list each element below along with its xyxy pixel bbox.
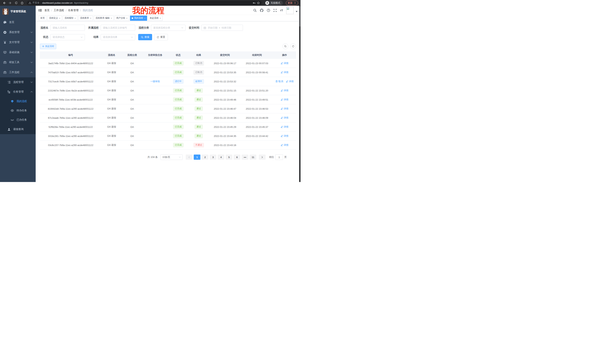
sidebar-item-任务管理[interactable]: 任务管理 (0, 87, 36, 97)
avatar[interactable] (286, 7, 294, 14)
sidebar-item-请假查询[interactable]: 请假查询 (0, 125, 36, 134)
page-size-select[interactable]: 10条/页 (160, 154, 182, 160)
detail-link[interactable]: 详情 (281, 144, 289, 147)
page-button-6[interactable]: 6 (234, 154, 240, 160)
next-page-button[interactable] (259, 154, 266, 160)
detail-link[interactable]: 详情 (281, 116, 289, 119)
toggle-search-button[interactable] (282, 43, 288, 49)
app-logo[interactable]: 芋道管理系统 (0, 6, 36, 17)
bookmark-star-icon[interactable] (257, 1, 260, 4)
cell-process-name: OA 请假 (101, 86, 122, 95)
launch-process-button[interactable]: 发起流程 (40, 44, 56, 49)
close-icon[interactable]: × (144, 17, 145, 19)
current-task-link[interactable]: 一级审批 (150, 80, 160, 83)
close-icon[interactable]: × (59, 17, 60, 19)
help-icon[interactable] (267, 9, 270, 12)
pagination: 共 104 条 10条/页 123456•••11 前往 1 页 (40, 154, 296, 160)
breadcrumb-item-工作流程[interactable]: 工作流程 (54, 9, 64, 12)
sidebar-item-基础设施[interactable]: 基础设施 (0, 47, 36, 57)
process-name-input[interactable]: 请输入流程名 (50, 25, 85, 31)
browser-update-button[interactable]: 更新 ⋮ (286, 0, 298, 5)
update-label: 更新 (288, 1, 292, 5)
refresh-table-button[interactable] (290, 43, 296, 49)
breadcrumb-item-任务管理[interactable]: 任务管理 (68, 9, 79, 12)
sidebar-item-支付管理[interactable]: 支付管理 (0, 37, 36, 47)
github-icon[interactable] (260, 9, 263, 12)
close-icon[interactable]: × (111, 17, 112, 19)
tab-流程表单-编辑[interactable]: 流程表单-编辑× (94, 16, 113, 21)
sidebar-item-已办任务[interactable]: 已办任务 (0, 115, 36, 125)
font-size-icon[interactable]: тT (280, 9, 283, 12)
cell-actions: 详情 (273, 132, 296, 141)
page-button-11[interactable]: 11 (250, 154, 256, 160)
page-button-3[interactable]: 3 (210, 154, 216, 160)
sidebar-item-工作流程[interactable]: 工作流程 (0, 67, 36, 77)
tab-我的流程[interactable]: 我的流程× (130, 16, 147, 21)
breadcrumb-item-首页[interactable]: 首页 (44, 9, 50, 12)
detail-link[interactable]: 详情 (281, 134, 289, 138)
sidebar-item-label: 请假查询 (13, 128, 24, 131)
prev-page-button[interactable] (186, 154, 192, 160)
search-button[interactable]: 搜索 (138, 34, 152, 40)
sidebar-item-研发工具[interactable]: 研发工具 (0, 57, 36, 67)
sidebar-item-流程管理[interactable]: 流程管理 (0, 77, 36, 87)
table-row: 331bc281-7b9a-11ec-a290-acde48001122OA 请… (40, 132, 296, 141)
close-icon[interactable]: × (74, 17, 76, 19)
close-icon[interactable]: × (160, 17, 161, 19)
cell-submit-time: 2022-01-22 23:49:46 (209, 95, 241, 104)
cell-end-time: 2022-01-22 23:46:09 (241, 113, 273, 123)
detail-link[interactable]: 详情 (281, 125, 289, 129)
pager-ellipsis[interactable]: ••• (242, 154, 248, 160)
browser-forward-icon[interactable] (8, 0, 13, 5)
close-icon[interactable]: × (126, 17, 127, 19)
detail-link[interactable]: 详情 (281, 71, 289, 74)
tab-流程表单[interactable]: 流程表单× (78, 16, 93, 21)
result-badge: 通过 (195, 134, 203, 138)
reset-button[interactable]: 重置 (154, 34, 168, 40)
browser-back-icon[interactable] (2, 0, 7, 5)
status-select[interactable]: 请选择状态 (50, 34, 85, 40)
tab-发起流程[interactable]: 发起流程× (148, 16, 162, 21)
detail-link[interactable]: 详情 (281, 89, 289, 92)
header-search-icon[interactable] (253, 9, 257, 12)
cell-result: 通过 (189, 95, 209, 104)
page-button-1[interactable]: 1 (194, 154, 200, 160)
detail-link[interactable]: 详情 (281, 98, 289, 101)
submit-time-range-picker[interactable]: 开始日期 - 结束日期 (201, 25, 243, 31)
tag-tabs-bar: 首页流程定义×流程模型×流程表单×流程表单-编辑×用户分组×我的流程×发起流程× (36, 15, 300, 21)
hamburger-icon[interactable] (39, 9, 42, 12)
browser-home-icon[interactable] (20, 0, 25, 5)
page-button-5[interactable]: 5 (226, 154, 232, 160)
user-icon (7, 128, 10, 131)
window-scrollbar[interactable] (299, 6, 300, 182)
scrollbar-thumb[interactable] (299, 6, 300, 27)
key-icon[interactable] (253, 1, 256, 4)
cell-result: 不通过 (189, 141, 209, 150)
detail-link[interactable]: 详情 (286, 80, 294, 83)
browser-reload-icon[interactable] (14, 0, 19, 5)
tab-流程定义[interactable]: 流程定义× (47, 16, 62, 21)
result-select[interactable]: 请选择流结果 (101, 34, 135, 40)
cancel-link[interactable]: 取消 (275, 80, 283, 83)
page-button-2[interactable]: 2 (202, 154, 208, 160)
tab-流程模型[interactable]: 流程模型× (63, 16, 77, 21)
sidebar-item-系统管理[interactable]: 系统管理 (0, 27, 36, 37)
process-definition-input[interactable]: 请输入流程定义的编号 (101, 25, 135, 31)
detail-link[interactable]: 详情 (281, 62, 289, 65)
avatar-caret-icon[interactable] (296, 11, 298, 12)
close-icon[interactable]: × (90, 17, 91, 19)
page-button-4[interactable]: 4 (218, 154, 224, 160)
browser-menu-icon[interactable]: ⋮ (294, 2, 296, 4)
sidebar-item-我的流程[interactable]: 我的流程 (0, 97, 36, 106)
detail-link[interactable]: 详情 (281, 107, 289, 110)
fullscreen-icon[interactable] (273, 9, 277, 12)
tab-用户分组[interactable]: 用户分组× (115, 16, 129, 21)
goto-page-input[interactable]: 1 (275, 154, 283, 160)
cell-actions: 详情 (273, 113, 296, 123)
cell-id: 52ffd28e-7b9a-11ec-a290-acde48001122 (40, 123, 101, 132)
category-select[interactable]: 请选择流程分类 (151, 25, 186, 31)
sidebar-item-首页[interactable]: 首页 (0, 17, 36, 27)
address-bar[interactable]: 不安全 dashboard.yudao.iocoder.cn/bpm/task/… (27, 1, 262, 5)
tab-首页[interactable]: 首页 (39, 16, 46, 21)
sidebar-item-待办任务[interactable]: 待办任务 (0, 106, 36, 115)
